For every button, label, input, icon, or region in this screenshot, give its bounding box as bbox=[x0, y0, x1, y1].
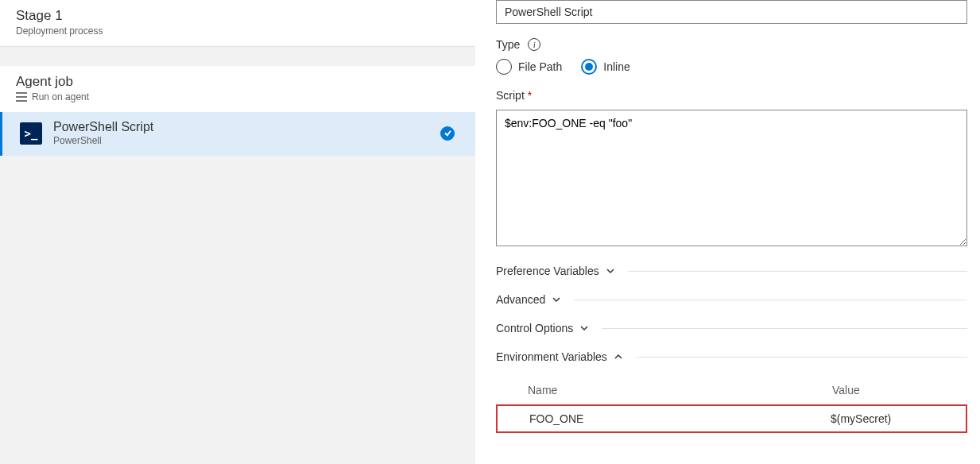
radio-inline-label: Inline bbox=[603, 60, 629, 73]
agent-job-title: Agent job bbox=[16, 74, 89, 90]
display-name-input[interactable] bbox=[496, 0, 967, 24]
type-label: Type i bbox=[496, 38, 967, 51]
agent-job-subtitle: Run on agent bbox=[32, 91, 89, 102]
stage-title: Stage 1 bbox=[16, 8, 459, 24]
chevron-down-icon bbox=[552, 295, 561, 304]
agent-job-row[interactable]: Agent job Run on agent bbox=[0, 66, 475, 112]
chevron-up-icon bbox=[614, 352, 623, 362]
script-label: Script* bbox=[496, 89, 967, 102]
env-var-value: $(mySecret) bbox=[831, 412, 958, 425]
pipeline-sidebar: Stage 1 Deployment process Agent job Run… bbox=[0, 0, 475, 464]
chevron-down-icon bbox=[579, 323, 589, 333]
section-advanced[interactable]: Advanced bbox=[496, 293, 967, 306]
env-var-row[interactable]: FOO_ONE $(mySecret) bbox=[496, 404, 967, 433]
task-subtitle: PowerShell bbox=[53, 135, 440, 146]
radio-file-path-label: File Path bbox=[518, 60, 562, 73]
chevron-down-icon bbox=[606, 266, 615, 276]
stage-header[interactable]: Stage 1 Deployment process bbox=[0, 0, 475, 47]
agent-icon bbox=[16, 92, 27, 102]
script-textarea[interactable] bbox=[496, 110, 967, 246]
task-detail-panel: Type i File Path Inline Script* Preferen… bbox=[475, 0, 980, 464]
section-preference-variables[interactable]: Preference Variables bbox=[496, 265, 967, 277]
env-header-name: Name bbox=[528, 384, 832, 396]
env-header-value: Value bbox=[832, 384, 959, 396]
radio-inline[interactable]: Inline bbox=[581, 59, 629, 75]
radio-file-path[interactable]: File Path bbox=[496, 59, 562, 75]
task-selected-check-icon bbox=[440, 126, 455, 141]
section-environment-variables[interactable]: Environment Variables bbox=[496, 350, 967, 363]
env-vars-header: Name Value bbox=[496, 379, 967, 404]
type-radio-group: File Path Inline bbox=[496, 59, 967, 75]
info-icon[interactable]: i bbox=[528, 38, 540, 51]
section-control-options[interactable]: Control Options bbox=[496, 322, 967, 334]
env-var-name: FOO_ONE bbox=[529, 412, 831, 425]
stage-subtitle: Deployment process bbox=[16, 25, 459, 37]
env-vars-table: Name Value FOO_ONE $(mySecret) bbox=[496, 379, 967, 433]
powershell-icon: >_ bbox=[20, 122, 42, 145]
task-row-powershell[interactable]: >_ PowerShell Script PowerShell bbox=[0, 112, 475, 156]
task-title: PowerShell Script bbox=[53, 120, 440, 134]
